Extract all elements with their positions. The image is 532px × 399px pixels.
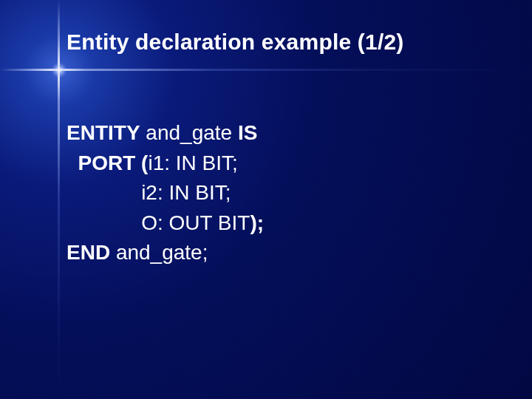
kw-close-paren: ); — [250, 211, 264, 234]
kw-port: PORT ( — [78, 151, 149, 174]
kw-end: END — [66, 241, 110, 264]
kw-is: IS — [238, 121, 257, 144]
slide: Entity declaration example (1/2) ENTITY … — [0, 0, 532, 399]
port-2: i2: IN BIT; — [141, 181, 231, 204]
entity-name: and_gate — [140, 121, 238, 144]
end-name: and_gate; — [110, 241, 208, 264]
port-3: O: OUT BIT — [141, 211, 250, 234]
code-block: ENTITY and_gate IS PORT (i1: IN BIT; i2:… — [66, 118, 264, 268]
lens-flare-horizontal — [0, 69, 532, 71]
lens-flare-core — [52, 63, 66, 78]
slide-title: Entity declaration example (1/2) — [66, 30, 404, 55]
lens-flare-vertical — [58, 0, 60, 399]
kw-entity: ENTITY — [66, 121, 140, 144]
port-1: i1: IN BIT; — [148, 151, 237, 174]
